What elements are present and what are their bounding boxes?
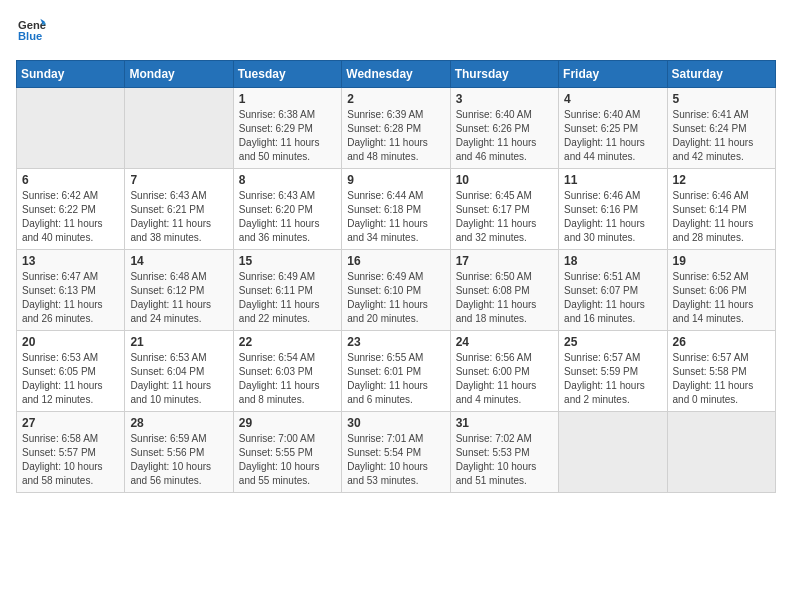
cell-info: Sunrise: 6:57 AMSunset: 5:58 PMDaylight:…: [673, 351, 770, 407]
day-number: 11: [564, 173, 661, 187]
calendar-cell: 31Sunrise: 7:02 AMSunset: 5:53 PMDayligh…: [450, 412, 558, 493]
calendar-cell: 27Sunrise: 6:58 AMSunset: 5:57 PMDayligh…: [17, 412, 125, 493]
cell-info: Sunrise: 6:42 AMSunset: 6:22 PMDaylight:…: [22, 189, 119, 245]
header-monday: Monday: [125, 61, 233, 88]
calendar-cell: 13Sunrise: 6:47 AMSunset: 6:13 PMDayligh…: [17, 250, 125, 331]
day-number: 30: [347, 416, 444, 430]
cell-info: Sunrise: 6:50 AMSunset: 6:08 PMDaylight:…: [456, 270, 553, 326]
day-number: 22: [239, 335, 336, 349]
header-sunday: Sunday: [17, 61, 125, 88]
header-friday: Friday: [559, 61, 667, 88]
calendar-cell: 12Sunrise: 6:46 AMSunset: 6:14 PMDayligh…: [667, 169, 775, 250]
logo-icon: General Blue: [18, 16, 46, 44]
day-number: 15: [239, 254, 336, 268]
calendar-cell: 21Sunrise: 6:53 AMSunset: 6:04 PMDayligh…: [125, 331, 233, 412]
cell-info: Sunrise: 6:43 AMSunset: 6:20 PMDaylight:…: [239, 189, 336, 245]
calendar-cell: 20Sunrise: 6:53 AMSunset: 6:05 PMDayligh…: [17, 331, 125, 412]
day-number: 12: [673, 173, 770, 187]
day-number: 28: [130, 416, 227, 430]
calendar-cell: 25Sunrise: 6:57 AMSunset: 5:59 PMDayligh…: [559, 331, 667, 412]
calendar-cell: 26Sunrise: 6:57 AMSunset: 5:58 PMDayligh…: [667, 331, 775, 412]
day-number: 1: [239, 92, 336, 106]
calendar-cell: 24Sunrise: 6:56 AMSunset: 6:00 PMDayligh…: [450, 331, 558, 412]
calendar-cell: 19Sunrise: 6:52 AMSunset: 6:06 PMDayligh…: [667, 250, 775, 331]
day-number: 14: [130, 254, 227, 268]
cell-info: Sunrise: 6:54 AMSunset: 6:03 PMDaylight:…: [239, 351, 336, 407]
cell-info: Sunrise: 7:01 AMSunset: 5:54 PMDaylight:…: [347, 432, 444, 488]
day-number: 8: [239, 173, 336, 187]
cell-info: Sunrise: 6:39 AMSunset: 6:28 PMDaylight:…: [347, 108, 444, 164]
cell-info: Sunrise: 6:38 AMSunset: 6:29 PMDaylight:…: [239, 108, 336, 164]
calendar-week-row: 13Sunrise: 6:47 AMSunset: 6:13 PMDayligh…: [17, 250, 776, 331]
cell-info: Sunrise: 6:48 AMSunset: 6:12 PMDaylight:…: [130, 270, 227, 326]
calendar-header-row: SundayMondayTuesdayWednesdayThursdayFrid…: [17, 61, 776, 88]
calendar-cell: 4Sunrise: 6:40 AMSunset: 6:25 PMDaylight…: [559, 88, 667, 169]
cell-info: Sunrise: 6:58 AMSunset: 5:57 PMDaylight:…: [22, 432, 119, 488]
calendar-cell: 16Sunrise: 6:49 AMSunset: 6:10 PMDayligh…: [342, 250, 450, 331]
calendar-week-row: 1Sunrise: 6:38 AMSunset: 6:29 PMDaylight…: [17, 88, 776, 169]
cell-info: Sunrise: 6:53 AMSunset: 6:05 PMDaylight:…: [22, 351, 119, 407]
cell-info: Sunrise: 6:40 AMSunset: 6:26 PMDaylight:…: [456, 108, 553, 164]
cell-info: Sunrise: 7:02 AMSunset: 5:53 PMDaylight:…: [456, 432, 553, 488]
day-number: 5: [673, 92, 770, 106]
day-number: 25: [564, 335, 661, 349]
cell-info: Sunrise: 6:46 AMSunset: 6:14 PMDaylight:…: [673, 189, 770, 245]
cell-info: Sunrise: 6:46 AMSunset: 6:16 PMDaylight:…: [564, 189, 661, 245]
calendar-cell: [125, 88, 233, 169]
day-number: 4: [564, 92, 661, 106]
calendar-cell: [667, 412, 775, 493]
day-number: 18: [564, 254, 661, 268]
cell-info: Sunrise: 6:53 AMSunset: 6:04 PMDaylight:…: [130, 351, 227, 407]
calendar-cell: 5Sunrise: 6:41 AMSunset: 6:24 PMDaylight…: [667, 88, 775, 169]
calendar-cell: 8Sunrise: 6:43 AMSunset: 6:20 PMDaylight…: [233, 169, 341, 250]
day-number: 16: [347, 254, 444, 268]
cell-info: Sunrise: 6:55 AMSunset: 6:01 PMDaylight:…: [347, 351, 444, 407]
cell-info: Sunrise: 6:47 AMSunset: 6:13 PMDaylight:…: [22, 270, 119, 326]
calendar-cell: 2Sunrise: 6:39 AMSunset: 6:28 PMDaylight…: [342, 88, 450, 169]
day-number: 17: [456, 254, 553, 268]
calendar-week-row: 6Sunrise: 6:42 AMSunset: 6:22 PMDaylight…: [17, 169, 776, 250]
day-number: 13: [22, 254, 119, 268]
header-saturday: Saturday: [667, 61, 775, 88]
day-number: 19: [673, 254, 770, 268]
day-number: 7: [130, 173, 227, 187]
day-number: 6: [22, 173, 119, 187]
calendar-cell: 1Sunrise: 6:38 AMSunset: 6:29 PMDaylight…: [233, 88, 341, 169]
calendar-cell: 30Sunrise: 7:01 AMSunset: 5:54 PMDayligh…: [342, 412, 450, 493]
calendar-cell: 9Sunrise: 6:44 AMSunset: 6:18 PMDaylight…: [342, 169, 450, 250]
day-number: 23: [347, 335, 444, 349]
calendar-cell: 29Sunrise: 7:00 AMSunset: 5:55 PMDayligh…: [233, 412, 341, 493]
day-number: 24: [456, 335, 553, 349]
day-number: 29: [239, 416, 336, 430]
calendar-cell: 23Sunrise: 6:55 AMSunset: 6:01 PMDayligh…: [342, 331, 450, 412]
calendar-cell: 11Sunrise: 6:46 AMSunset: 6:16 PMDayligh…: [559, 169, 667, 250]
header-wednesday: Wednesday: [342, 61, 450, 88]
calendar-week-row: 27Sunrise: 6:58 AMSunset: 5:57 PMDayligh…: [17, 412, 776, 493]
day-number: 26: [673, 335, 770, 349]
calendar-cell: 17Sunrise: 6:50 AMSunset: 6:08 PMDayligh…: [450, 250, 558, 331]
calendar-week-row: 20Sunrise: 6:53 AMSunset: 6:05 PMDayligh…: [17, 331, 776, 412]
calendar-table: SundayMondayTuesdayWednesdayThursdayFrid…: [16, 60, 776, 493]
cell-info: Sunrise: 6:45 AMSunset: 6:17 PMDaylight:…: [456, 189, 553, 245]
calendar-cell: 22Sunrise: 6:54 AMSunset: 6:03 PMDayligh…: [233, 331, 341, 412]
header-tuesday: Tuesday: [233, 61, 341, 88]
logo: General Blue: [16, 16, 38, 48]
cell-info: Sunrise: 6:57 AMSunset: 5:59 PMDaylight:…: [564, 351, 661, 407]
day-number: 9: [347, 173, 444, 187]
calendar-cell: 7Sunrise: 6:43 AMSunset: 6:21 PMDaylight…: [125, 169, 233, 250]
cell-info: Sunrise: 6:40 AMSunset: 6:25 PMDaylight:…: [564, 108, 661, 164]
day-number: 27: [22, 416, 119, 430]
cell-info: Sunrise: 6:49 AMSunset: 6:11 PMDaylight:…: [239, 270, 336, 326]
page-header: General Blue: [16, 16, 776, 48]
cell-info: Sunrise: 6:44 AMSunset: 6:18 PMDaylight:…: [347, 189, 444, 245]
cell-info: Sunrise: 6:51 AMSunset: 6:07 PMDaylight:…: [564, 270, 661, 326]
calendar-cell: 3Sunrise: 6:40 AMSunset: 6:26 PMDaylight…: [450, 88, 558, 169]
day-number: 21: [130, 335, 227, 349]
svg-text:Blue: Blue: [18, 30, 42, 42]
calendar-cell: 6Sunrise: 6:42 AMSunset: 6:22 PMDaylight…: [17, 169, 125, 250]
cell-info: Sunrise: 6:49 AMSunset: 6:10 PMDaylight:…: [347, 270, 444, 326]
day-number: 31: [456, 416, 553, 430]
calendar-cell: [17, 88, 125, 169]
day-number: 3: [456, 92, 553, 106]
cell-info: Sunrise: 6:52 AMSunset: 6:06 PMDaylight:…: [673, 270, 770, 326]
